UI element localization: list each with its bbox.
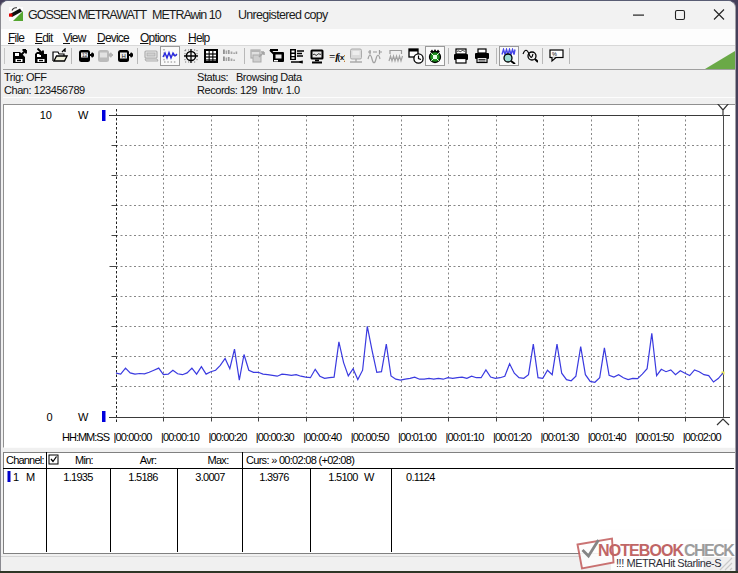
svg-text:H: H — [122, 53, 126, 59]
svg-text:1.3976: 1.3976 — [259, 471, 289, 483]
svg-text:(x): (x) — [338, 53, 346, 62]
svg-text:HH:MM:SS: HH:MM:SS — [62, 431, 110, 443]
svg-text:!!! METRAHit Starline-S: !!! METRAHit Starline-S — [616, 557, 721, 569]
svg-text:|00:01:50: |00:01:50 — [635, 431, 674, 443]
svg-text:10: 10 — [40, 109, 52, 121]
svg-text:Channel:: Channel: — [6, 454, 44, 466]
svg-text:%: % — [552, 51, 557, 57]
svg-text:M: M — [26, 471, 35, 483]
svg-text:W: W — [78, 411, 89, 423]
svg-text:|00:01:30: |00:01:30 — [540, 431, 579, 443]
svg-text:|00:00:50: |00:00:50 — [351, 431, 390, 443]
svg-text:|00:00:10: |00:00:10 — [161, 431, 200, 443]
svg-text:1.1935: 1.1935 — [63, 471, 93, 483]
svg-text:|00:01:00: |00:01:00 — [398, 431, 437, 443]
svg-text:Curs: » 00:02:08 (+02:08): Curs: » 00:02:08 (+02:08) — [246, 454, 354, 466]
svg-text:Avr:: Avr: — [140, 454, 157, 466]
svg-text:|00:00:30: |00:00:30 — [256, 431, 295, 443]
svg-text:12: 12 — [82, 52, 88, 58]
svg-text:0: 0 — [46, 411, 52, 423]
svg-text:|00:00:00: |00:00:00 — [114, 431, 153, 443]
svg-text:0.1124: 0.1124 — [406, 471, 435, 483]
svg-text:1: 1 — [13, 471, 19, 483]
svg-text:Min:: Min: — [75, 454, 94, 466]
svg-text:|00:01:20: |00:01:20 — [493, 431, 532, 443]
svg-text:1.5186: 1.5186 — [128, 471, 158, 483]
svg-text:CHECK: CHECK — [684, 542, 735, 559]
svg-text:|00:01:40: |00:01:40 — [588, 431, 627, 443]
svg-text:NOTEBOOK: NOTEBOOK — [598, 542, 685, 559]
svg-text:W: W — [78, 109, 89, 121]
svg-text:|00:01:10: |00:01:10 — [446, 431, 485, 443]
svg-text:|00:00:40: |00:00:40 — [303, 431, 342, 443]
svg-text:Max:: Max: — [207, 454, 229, 466]
svg-text:3.0007: 3.0007 — [195, 471, 225, 483]
svg-text:1.5100: 1.5100 — [328, 471, 358, 483]
svg-text:W: W — [364, 471, 375, 483]
svg-text:|00:02:00: |00:02:00 — [683, 431, 722, 443]
svg-text:|00:00:20: |00:00:20 — [208, 431, 247, 443]
